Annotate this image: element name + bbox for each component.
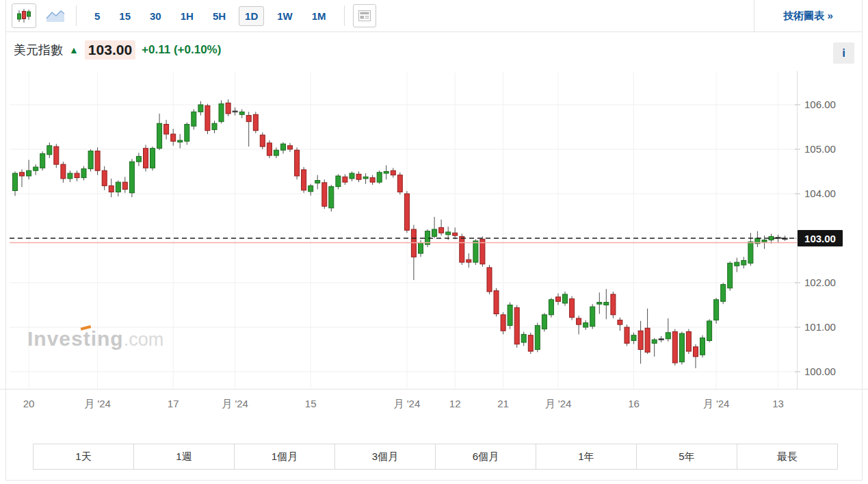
widget-left-border [5, 0, 6, 481]
candle-body [391, 170, 395, 175]
candlestick-chart-type-button[interactable] [12, 3, 36, 28]
candle-body [40, 154, 45, 168]
candle-body [707, 321, 712, 341]
candle-body [769, 236, 774, 240]
candle-body [453, 233, 458, 235]
range-button-6個月[interactable]: 6個月 [436, 444, 536, 469]
candle-body [27, 170, 31, 176]
x-axis-label: 20 [23, 398, 35, 409]
candle-body [583, 323, 588, 328]
candle-body [322, 183, 327, 207]
y-axis-label: 102.00 [804, 277, 836, 288]
candle-body [212, 123, 217, 129]
price-up-arrow-icon: ▲ [69, 45, 79, 55]
candle-body [61, 164, 66, 179]
timeframe-button-1D[interactable]: 1D [239, 6, 264, 26]
instrument-name: 美元指數 [14, 42, 63, 58]
candle-body [315, 181, 320, 183]
range-button-最長[interactable]: 最長 [737, 444, 837, 469]
candle-body [666, 333, 670, 339]
candle-body [102, 170, 107, 186]
candle-body [466, 259, 471, 262]
candle-body [144, 149, 148, 168]
timeframe-button-1M[interactable]: 1M [306, 6, 332, 26]
candle-body [109, 186, 114, 192]
candle-body [185, 125, 189, 142]
range-button-1年[interactable]: 1年 [536, 444, 637, 469]
candle-body [563, 294, 568, 303]
candle-body [122, 182, 127, 189]
news-panel-button[interactable] [353, 4, 376, 27]
candle-body [308, 186, 313, 192]
candle-body [47, 146, 52, 155]
candle-body [178, 140, 183, 142]
candle-body [246, 116, 251, 122]
candle-body [590, 307, 595, 327]
candle-body [397, 175, 402, 192]
candle-body [494, 291, 499, 314]
candle-body [672, 332, 677, 364]
last-price: 103.00 [85, 40, 135, 60]
price-change: +0.11 (+0.10%) [142, 43, 221, 57]
x-axis-label: 12 [449, 398, 461, 409]
range-button-5年[interactable]: 5年 [637, 444, 737, 469]
candle-body [288, 146, 293, 149]
candle-body [528, 335, 533, 351]
toolbar-divider [76, 5, 77, 26]
candle-body [542, 315, 547, 329]
candle-body [350, 173, 354, 179]
candle-body [302, 170, 306, 190]
timeframe-group: 515301H5H1D1W1M [85, 6, 336, 26]
x-axis-label: 21 [497, 398, 509, 409]
candle-body [81, 169, 86, 178]
area-chart-type-button[interactable] [43, 4, 68, 27]
candle-body [439, 227, 444, 233]
candle-body [618, 320, 622, 325]
candle-body [460, 236, 464, 262]
candle-body [267, 143, 272, 155]
candle-body [13, 173, 18, 190]
candle-body [88, 151, 93, 169]
widget-bottom-border [5, 480, 863, 481]
candle-body [20, 173, 25, 176]
candle-body [198, 105, 203, 112]
range-button-1週[interactable]: 1週 [134, 444, 235, 469]
timeframe-button-5[interactable]: 5 [88, 6, 106, 26]
candle-body [611, 294, 616, 315]
timeframe-button-1H[interactable]: 1H [174, 6, 200, 26]
area-chart-icon [46, 9, 65, 23]
candlestick-chart[interactable]: 106.00105.00104.00103.00102.00101.00100.… [0, 68, 868, 438]
candle-body [336, 176, 341, 187]
timeframe-button-30[interactable]: 30 [144, 6, 168, 26]
candle-body [253, 114, 258, 130]
x-axis-label: 15 [305, 398, 317, 409]
timeframe-button-5H[interactable]: 5H [207, 6, 232, 26]
technical-chart-link[interactable]: 技術圖表 » [783, 10, 833, 23]
double-arrow-icon: » [827, 10, 832, 21]
candle-body [487, 268, 492, 292]
range-button-1個月[interactable]: 1個月 [235, 444, 335, 469]
info-button[interactable]: i [833, 42, 854, 64]
candle-body [75, 173, 79, 178]
candle-body [384, 172, 389, 174]
candle-body [728, 263, 733, 288]
candle-body [192, 112, 196, 126]
candle-body [721, 285, 726, 302]
candle-body [577, 318, 581, 324]
candle-body [226, 103, 231, 114]
candle-body [377, 173, 382, 182]
timeframe-button-1W[interactable]: 1W [271, 6, 299, 26]
candle-body [597, 303, 602, 305]
candle-body [700, 338, 705, 355]
watermark: Investing.com [27, 327, 163, 350]
y-axis-label: 104.00 [804, 188, 836, 199]
candle-body [659, 339, 663, 340]
timeframe-button-15[interactable]: 15 [113, 6, 137, 26]
change-percent: (+0.10%) [174, 43, 221, 56]
candle-body [686, 332, 691, 352]
news-panel-icon [358, 10, 371, 21]
candle-body [356, 174, 361, 179]
range-button-3個月[interactable]: 3個月 [335, 444, 436, 469]
candle-body [514, 307, 519, 344]
range-button-1天[interactable]: 1天 [34, 444, 134, 469]
